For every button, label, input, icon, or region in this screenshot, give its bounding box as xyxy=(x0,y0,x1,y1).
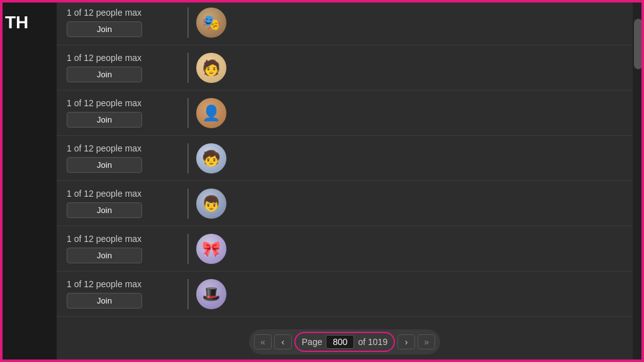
row-left-2: 1 of 12 people max Join xyxy=(67,53,180,82)
server-row: 1 of 12 people max Join 👤 xyxy=(57,90,633,136)
avatar-img-2: 🧑 xyxy=(196,53,226,83)
next-page-button[interactable]: › xyxy=(397,334,415,349)
scrollbar-thumb[interactable] xyxy=(634,19,643,69)
people-text-3: 1 of 12 people max xyxy=(67,98,180,108)
avatar-1: 🎭 xyxy=(196,8,226,38)
people-text-1: 1 of 12 people max xyxy=(67,8,180,18)
join-button-3[interactable]: Join xyxy=(67,112,142,128)
main-content: 1 of 12 people max Join 🎭 1 of 12 people… xyxy=(57,0,633,362)
people-text-7: 1 of 12 people max xyxy=(67,279,180,289)
avatar-img-4: 🧒 xyxy=(196,143,226,173)
first-page-button[interactable]: « xyxy=(254,334,272,349)
divider-1 xyxy=(187,8,189,38)
prev-page-button[interactable]: ‹ xyxy=(274,334,292,349)
pagination-nav: « ‹ Page of 1019 › » xyxy=(249,329,440,354)
row-left-3: 1 of 12 people max Join xyxy=(67,98,180,128)
scrollbar-track xyxy=(633,0,644,362)
row-left-4: 1 of 12 people max Join xyxy=(67,143,180,173)
server-row: 1 of 12 people max Join 🎩 xyxy=(57,272,633,317)
server-row: 1 of 12 people max Join 🧒 xyxy=(57,136,633,181)
row-left-6: 1 of 12 people max Join xyxy=(67,234,180,263)
page-number-input[interactable] xyxy=(326,335,354,349)
avatar-img-3: 👤 xyxy=(196,98,226,128)
avatar-3: 👤 xyxy=(196,98,226,128)
avatar-img-7: 🎩 xyxy=(196,279,226,309)
avatar-img-5: 👦 xyxy=(196,189,226,219)
server-list: 1 of 12 people max Join 🎭 1 of 12 people… xyxy=(57,0,633,322)
people-text-2: 1 of 12 people max xyxy=(67,53,180,63)
people-text-4: 1 of 12 people max xyxy=(67,143,180,153)
join-button-2[interactable]: Join xyxy=(67,67,142,82)
divider-2 xyxy=(187,53,189,83)
avatar-7: 🎩 xyxy=(196,279,226,309)
left-sidebar: TH xyxy=(0,0,57,362)
server-row: 1 of 12 people max Join 🎀 xyxy=(57,226,633,272)
divider-5 xyxy=(187,189,189,219)
join-button-4[interactable]: Join xyxy=(67,157,142,173)
avatar-5: 👦 xyxy=(196,189,226,219)
join-button-1[interactable]: Join xyxy=(67,21,142,37)
avatar-2: 🧑 xyxy=(196,53,226,83)
divider-3 xyxy=(187,98,189,128)
people-text-5: 1 of 12 people max xyxy=(67,189,180,199)
row-left-1: 1 of 12 people max Join xyxy=(67,8,180,37)
server-row: 1 of 12 people max Join 👦 xyxy=(57,181,633,226)
last-page-button[interactable]: » xyxy=(418,334,435,349)
divider-4 xyxy=(187,143,189,173)
page-of-text: of 1019 xyxy=(358,337,387,347)
row-left-5: 1 of 12 people max Join xyxy=(67,189,180,218)
th-logo: TH xyxy=(5,13,28,33)
people-text-6: 1 of 12 people max xyxy=(67,234,180,244)
page-input-group: Page of 1019 xyxy=(294,332,395,352)
avatar-img-1: 🎭 xyxy=(196,8,226,38)
avatar-6: 🎀 xyxy=(196,234,226,264)
divider-6 xyxy=(187,234,189,264)
row-left-7: 1 of 12 people max Join xyxy=(67,279,180,309)
avatar-img-6: 🎀 xyxy=(196,234,226,264)
divider-7 xyxy=(187,279,189,309)
pagination-bar: « ‹ Page of 1019 › » xyxy=(57,322,633,362)
join-button-7[interactable]: Join xyxy=(67,293,142,309)
server-row: 1 of 12 people max Join 🧑 xyxy=(57,45,633,90)
server-row: 1 of 12 people max Join 🎭 xyxy=(57,0,633,45)
join-button-6[interactable]: Join xyxy=(67,248,142,263)
page-label: Page xyxy=(302,337,323,347)
join-button-5[interactable]: Join xyxy=(67,202,142,218)
avatar-4: 🧒 xyxy=(196,143,226,173)
